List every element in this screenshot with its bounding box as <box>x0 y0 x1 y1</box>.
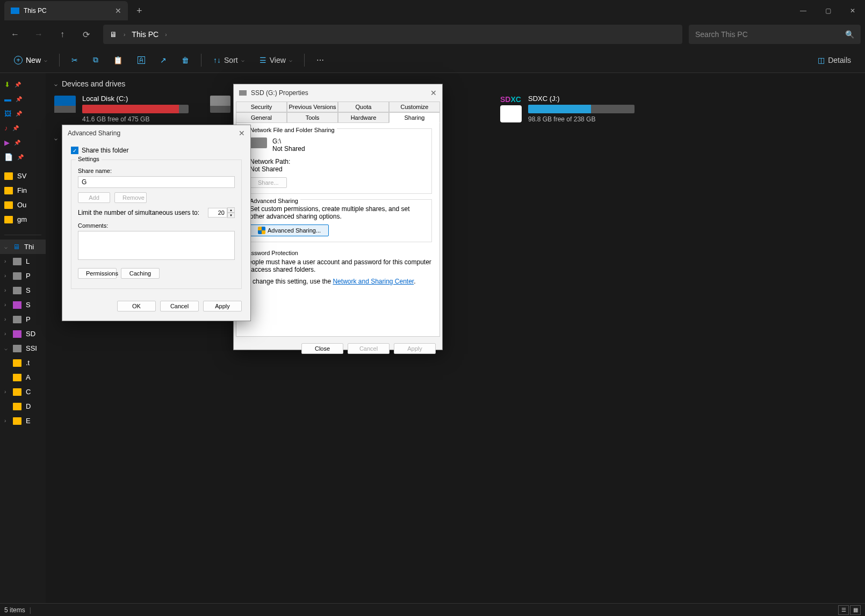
sidebar-folder[interactable]: gm <box>0 212 46 227</box>
sidebar-drive[interactable]: ›S <box>0 298 46 312</box>
sidebar-drive[interactable]: ⌵SSI <box>0 341 46 356</box>
chevron-right-icon: › <box>165 32 167 38</box>
sidebar-documents[interactable]: 📄📌 <box>0 150 46 164</box>
tab-quota[interactable]: Quota <box>338 102 389 112</box>
sidebar-desktop[interactable]: ▬📌 <box>0 92 46 106</box>
caching-button[interactable]: Caching <box>121 268 160 279</box>
up-button[interactable]: ↑ <box>52 25 73 44</box>
sidebar-subfolder[interactable]: A <box>0 370 46 385</box>
sidebar-drive[interactable]: ›S <box>0 283 46 298</box>
dialog-titlebar[interactable]: Advanced Sharing ✕ <box>62 125 250 141</box>
drive-local-disk-c[interactable]: Local Disk (C:) 41.6 GB free of 475 GB <box>54 95 189 123</box>
breadcrumb-this-pc[interactable]: This PC <box>132 30 158 39</box>
details-view-toggle[interactable]: ☰ <box>838 605 849 615</box>
drive-icon <box>210 96 230 113</box>
address-bar: ← → ↑ ⟳ 🖥 › This PC › Search This PC 🔍 <box>0 21 865 47</box>
toolbar: + New ⌵ ✂ ⧉ 📋 🄰 ↗ 🗑 ↑↓ Sort ⌵ ☰ View ⌵ ⋯… <box>0 47 865 73</box>
sidebar-drive[interactable]: ›P <box>0 312 46 327</box>
advanced-sharing-button[interactable]: Advanced Sharing... <box>250 224 329 236</box>
share-status: Not Shared <box>272 145 305 153</box>
tab-security[interactable]: Security <box>236 102 287 112</box>
comments-input[interactable] <box>78 231 235 260</box>
section-devices-drives[interactable]: ⌵ Devices and drives <box>54 79 856 88</box>
properties-dialog: SSD (G:) Properties ✕ Security Previous … <box>233 84 443 350</box>
sidebar-folder[interactable]: Ou <box>0 198 46 212</box>
tab-general[interactable]: General <box>236 112 287 123</box>
rename-button[interactable]: 🄰 <box>132 53 150 68</box>
add-button[interactable]: Add <box>78 192 110 203</box>
network-sharing-center-link[interactable]: Network and Sharing Center <box>333 278 414 285</box>
cancel-button[interactable]: Cancel <box>348 343 390 354</box>
sidebar-drive[interactable]: ›P <box>0 269 46 283</box>
dialog-titlebar[interactable]: SSD (G:) Properties ✕ <box>234 84 442 102</box>
share-folder-checkbox[interactable]: ✓ <box>71 147 78 154</box>
maximize-button[interactable]: ▢ <box>816 0 840 21</box>
tab-tools[interactable]: Tools <box>287 112 338 123</box>
close-button[interactable]: Close <box>301 343 343 354</box>
spinner-down-button[interactable]: ▼ <box>227 213 235 218</box>
sidebar-subfolder[interactable]: .t <box>0 356 46 370</box>
minimize-button[interactable]: — <box>791 0 816 21</box>
sidebar-folder[interactable]: Fin <box>0 183 46 198</box>
sidebar-folder[interactable]: SV <box>0 169 46 183</box>
view-button[interactable]: ☰ View ⌵ <box>254 53 298 68</box>
sidebar-pictures[interactable]: 🖼📌 <box>0 106 46 121</box>
tab-close-icon[interactable]: ✕ <box>115 6 121 15</box>
limit-label: Limit the number of simultaneous users t… <box>78 209 199 216</box>
sidebar-this-pc[interactable]: ⌵🖥Thi <box>0 240 46 254</box>
copy-button[interactable]: ⧉ <box>88 52 104 68</box>
cut-button[interactable]: ✂ <box>66 53 83 68</box>
address-path[interactable]: 🖥 › This PC › <box>103 25 682 44</box>
item-count: 5 items <box>4 606 25 614</box>
share-name-input[interactable] <box>78 176 235 188</box>
password-desc: People must have a user account and pass… <box>244 258 432 273</box>
apply-button[interactable]: Apply <box>203 301 242 311</box>
remove-button[interactable]: Remove <box>114 192 147 203</box>
group-network-sharing: Network File and Folder Sharing <box>248 127 337 133</box>
new-button[interactable]: + New ⌵ <box>9 53 53 68</box>
comments-label: Comments: <box>78 222 235 229</box>
details-button[interactable]: ◫ Details <box>812 53 856 68</box>
ok-button[interactable]: OK <box>117 301 156 311</box>
delete-button[interactable]: 🗑 <box>176 53 194 68</box>
close-window-button[interactable]: ✕ <box>840 0 865 21</box>
sidebar-music[interactable]: ♪📌 <box>0 121 46 135</box>
new-tab-button[interactable]: + <box>136 5 142 17</box>
tab-this-pc[interactable]: This PC ✕ <box>4 1 128 20</box>
sidebar-subfolder[interactable]: D <box>0 399 46 414</box>
sd-card-icon <box>500 105 522 122</box>
sidebar-drive[interactable]: ›L <box>0 254 46 269</box>
sidebar-videos[interactable]: ▶📌 <box>0 135 46 150</box>
spinner-up-button[interactable]: ▲ <box>227 207 235 213</box>
network-path-label: Network Path: <box>250 158 426 165</box>
search-input[interactable]: Search This PC 🔍 <box>689 25 861 44</box>
limit-users-input[interactable] <box>208 208 227 218</box>
more-button[interactable]: ⋯ <box>311 53 329 68</box>
sidebar-drive[interactable]: ›SD <box>0 327 46 341</box>
close-button[interactable]: ✕ <box>239 129 245 137</box>
apply-button[interactable]: Apply <box>394 343 436 354</box>
icons-view-toggle[interactable]: ▦ <box>850 605 861 615</box>
close-button[interactable]: ✕ <box>430 89 437 97</box>
tab-sharing[interactable]: Sharing <box>389 112 440 123</box>
back-button[interactable]: ← <box>4 25 26 44</box>
sort-button[interactable]: ↑↓ Sort ⌵ <box>208 53 250 68</box>
tab-hardware[interactable]: Hardware <box>338 112 389 123</box>
sidebar-downloads[interactable]: ⬇📌 <box>0 77 46 92</box>
permissions-button[interactable]: Permissions <box>78 268 117 279</box>
share-button[interactable]: Share... <box>250 177 287 188</box>
advanced-sharing-dialog: Advanced Sharing ✕ ✓ Share this folder S… <box>62 125 251 321</box>
shield-icon <box>258 227 265 234</box>
cancel-button[interactable]: Cancel <box>160 301 199 311</box>
refresh-button[interactable]: ⟳ <box>75 25 97 44</box>
sidebar-subfolder[interactable]: ›C <box>0 385 46 399</box>
sidebar-subfolder[interactable]: ›E <box>0 414 46 428</box>
search-icon: 🔍 <box>845 30 854 39</box>
tab-previous-versions[interactable]: Previous Versions <box>287 102 338 112</box>
tab-customize[interactable]: Customize <box>389 102 440 112</box>
drive-sdxc-j[interactable]: SDXC SDXC (J:) 98.8 GB free of 238 GB <box>500 95 635 123</box>
share-button[interactable]: ↗ <box>155 53 172 68</box>
paste-button[interactable]: 📋 <box>108 53 128 68</box>
drive-icon <box>54 96 76 113</box>
forward-button[interactable]: → <box>28 25 49 44</box>
